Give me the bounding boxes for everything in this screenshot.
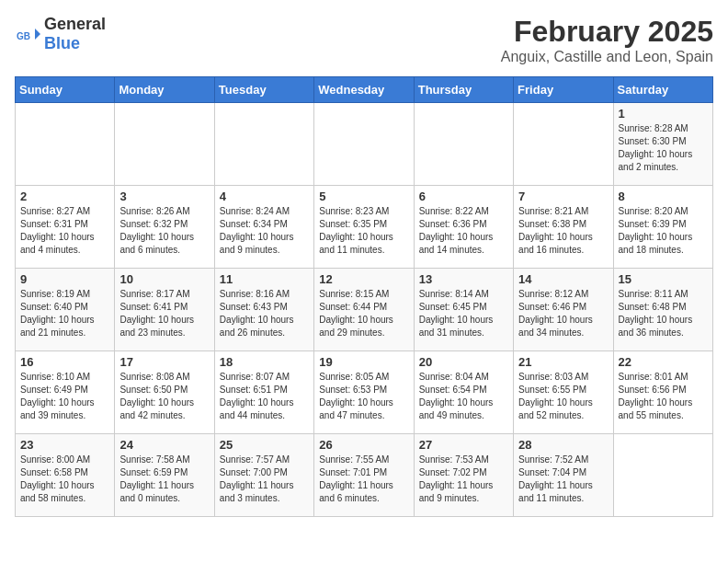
day-info: Sunrise: 7:52 AM Sunset: 7:04 PM Dayligh… [518,454,608,505]
day-info: Sunrise: 8:16 AM Sunset: 6:43 PM Dayligh… [220,288,309,339]
day-number: 23 [20,438,109,452]
svg-text:GB: GB [17,31,30,41]
day-info: Sunrise: 8:01 AM Sunset: 6:56 PM Dayligh… [619,371,708,422]
logo: GB General Blue [15,15,106,53]
day-info: Sunrise: 8:17 AM Sunset: 6:41 PM Dayligh… [119,288,209,339]
day-number: 14 [518,272,608,286]
weekday-header: Sunday [16,77,115,103]
calendar-week-row: 9Sunrise: 8:19 AM Sunset: 6:40 PM Daylig… [16,269,713,351]
day-number: 17 [119,355,209,369]
day-info: Sunrise: 8:07 AM Sunset: 6:51 PM Dayligh… [220,371,309,422]
day-number: 11 [220,272,309,286]
day-info: Sunrise: 8:08 AM Sunset: 6:50 PM Dayligh… [119,371,209,422]
day-number: 21 [518,355,608,369]
calendar-cell: 24Sunrise: 7:58 AM Sunset: 6:59 PM Dayli… [115,434,214,517]
day-number: 19 [319,355,408,369]
day-number: 3 [119,190,209,203]
calendar-cell [514,103,613,186]
calendar-week-row: 2Sunrise: 8:27 AM Sunset: 6:31 PM Daylig… [16,186,713,269]
day-number: 6 [419,190,508,203]
calendar-cell: 17Sunrise: 8:08 AM Sunset: 6:50 PM Dayli… [115,351,214,434]
day-number: 13 [419,272,508,286]
day-number: 7 [518,190,608,203]
calendar-cell: 10Sunrise: 8:17 AM Sunset: 6:41 PM Dayli… [115,269,214,351]
calendar-cell: 21Sunrise: 8:03 AM Sunset: 6:55 PM Dayli… [514,351,613,434]
calendar-cell: 9Sunrise: 8:19 AM Sunset: 6:40 PM Daylig… [16,269,115,351]
weekday-header-row: SundayMondayTuesdayWednesdayThursdayFrid… [16,77,713,103]
calendar-cell: 18Sunrise: 8:07 AM Sunset: 6:51 PM Dayli… [214,351,313,434]
svg-marker-1 [35,29,40,40]
calendar-cell: 14Sunrise: 8:12 AM Sunset: 6:46 PM Dayli… [514,269,613,351]
weekday-header: Thursday [414,77,513,103]
calendar-cell: 22Sunrise: 8:01 AM Sunset: 6:56 PM Dayli… [613,351,712,434]
day-info: Sunrise: 8:15 AM Sunset: 6:44 PM Dayligh… [319,288,408,339]
calendar-cell: 25Sunrise: 7:57 AM Sunset: 7:00 PM Dayli… [214,434,313,517]
weekday-header: Friday [514,77,613,103]
day-info: Sunrise: 8:27 AM Sunset: 6:31 PM Dayligh… [20,205,109,257]
day-info: Sunrise: 7:55 AM Sunset: 7:01 PM Dayligh… [319,454,408,505]
calendar-cell [16,103,115,186]
calendar-week-row: 23Sunrise: 8:00 AM Sunset: 6:58 PM Dayli… [16,434,713,517]
calendar-cell: 3Sunrise: 8:26 AM Sunset: 6:32 PM Daylig… [115,186,214,269]
day-info: Sunrise: 8:28 AM Sunset: 6:30 PM Dayligh… [619,122,708,174]
calendar-cell [115,103,214,186]
calendar-cell: 12Sunrise: 8:15 AM Sunset: 6:44 PM Dayli… [314,269,414,351]
day-info: Sunrise: 8:26 AM Sunset: 6:32 PM Dayligh… [119,205,209,257]
day-number: 22 [619,355,708,369]
day-info: Sunrise: 8:22 AM Sunset: 6:36 PM Dayligh… [419,205,508,257]
calendar-cell: 2Sunrise: 8:27 AM Sunset: 6:31 PM Daylig… [16,186,115,269]
day-info: Sunrise: 8:19 AM Sunset: 6:40 PM Dayligh… [20,288,109,339]
calendar-cell: 13Sunrise: 8:14 AM Sunset: 6:45 PM Dayli… [414,269,513,351]
day-number: 9 [20,272,109,286]
logo-general: General [44,15,106,33]
day-info: Sunrise: 8:21 AM Sunset: 6:38 PM Dayligh… [518,205,608,257]
title-area: February 2025 Anguix, Castille and Leon,… [501,15,713,65]
day-number: 5 [319,190,408,203]
day-number: 4 [220,190,309,203]
calendar-cell: 27Sunrise: 7:53 AM Sunset: 7:02 PM Dayli… [414,434,513,517]
day-info: Sunrise: 8:24 AM Sunset: 6:34 PM Dayligh… [220,205,309,257]
calendar-cell: 15Sunrise: 8:11 AM Sunset: 6:48 PM Dayli… [613,269,712,351]
day-number: 24 [119,438,209,452]
calendar-cell [314,103,414,186]
calendar-week-row: 1Sunrise: 8:28 AM Sunset: 6:30 PM Daylig… [16,103,713,186]
day-number: 18 [220,355,309,369]
day-number: 20 [419,355,508,369]
day-number: 28 [518,438,608,452]
day-info: Sunrise: 8:14 AM Sunset: 6:45 PM Dayligh… [419,288,508,339]
calendar-cell [214,103,313,186]
day-info: Sunrise: 7:57 AM Sunset: 7:00 PM Dayligh… [220,454,309,505]
day-number: 16 [20,355,109,369]
calendar-cell: 20Sunrise: 8:04 AM Sunset: 6:54 PM Dayli… [414,351,513,434]
day-number: 1 [619,107,708,121]
calendar-cell: 5Sunrise: 8:23 AM Sunset: 6:35 PM Daylig… [314,186,414,269]
header: GB General Blue February 2025 Anguix, Ca… [15,15,713,65]
logo-blue: Blue [44,34,80,52]
day-number: 2 [20,190,109,203]
day-number: 12 [319,272,408,286]
calendar-table: SundayMondayTuesdayWednesdayThursdayFrid… [15,76,713,517]
day-info: Sunrise: 8:23 AM Sunset: 6:35 PM Dayligh… [319,205,408,257]
calendar-cell: 28Sunrise: 7:52 AM Sunset: 7:04 PM Dayli… [514,434,613,517]
day-info: Sunrise: 8:05 AM Sunset: 6:53 PM Dayligh… [319,371,408,422]
day-number: 25 [220,438,309,452]
weekday-header: Saturday [613,77,712,103]
calendar-cell [414,103,513,186]
day-info: Sunrise: 8:03 AM Sunset: 6:55 PM Dayligh… [518,371,608,422]
calendar-cell: 26Sunrise: 7:55 AM Sunset: 7:01 PM Dayli… [314,434,414,517]
calendar-cell: 8Sunrise: 8:20 AM Sunset: 6:39 PM Daylig… [613,186,712,269]
main-title: February 2025 [501,15,713,49]
weekday-header: Tuesday [214,77,313,103]
subtitle: Anguix, Castille and Leon, Spain [501,49,713,65]
day-number: 8 [619,190,708,203]
calendar-cell: 7Sunrise: 8:21 AM Sunset: 6:38 PM Daylig… [514,186,613,269]
day-info: Sunrise: 8:12 AM Sunset: 6:46 PM Dayligh… [518,288,608,339]
calendar-cell: 11Sunrise: 8:16 AM Sunset: 6:43 PM Dayli… [214,269,313,351]
day-number: 26 [319,438,408,452]
day-info: Sunrise: 8:11 AM Sunset: 6:48 PM Dayligh… [619,288,708,339]
day-info: Sunrise: 8:00 AM Sunset: 6:58 PM Dayligh… [20,454,109,505]
day-info: Sunrise: 8:04 AM Sunset: 6:54 PM Dayligh… [419,371,508,422]
calendar-week-row: 16Sunrise: 8:10 AM Sunset: 6:49 PM Dayli… [16,351,713,434]
calendar-cell: 19Sunrise: 8:05 AM Sunset: 6:53 PM Dayli… [314,351,414,434]
logo-icon: GB [15,21,40,47]
